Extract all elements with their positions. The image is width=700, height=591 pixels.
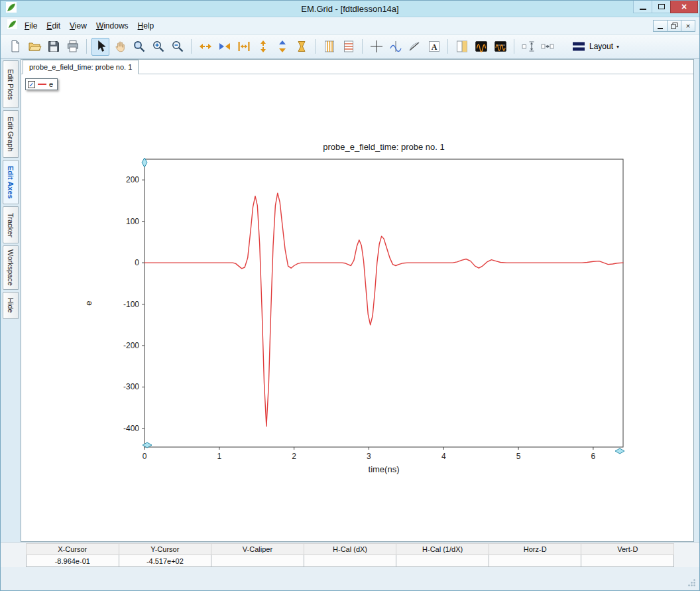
sidebar-tab-tracker[interactable]: Tracker	[3, 206, 19, 243]
split-view-button[interactable]	[453, 38, 471, 56]
dropdown-caret-icon: ▾	[616, 44, 619, 50]
crosshair-button[interactable]	[367, 38, 385, 56]
window-maximize-button[interactable]	[652, 1, 671, 13]
toolbar-separator	[514, 39, 514, 54]
new-button[interactable]	[6, 38, 24, 56]
toolbar-separator	[191, 39, 192, 54]
y-tick-label: 100	[126, 217, 139, 226]
plot-frame	[145, 159, 623, 447]
vertical-markers-button[interactable]	[320, 38, 338, 56]
print-button[interactable]	[64, 38, 82, 56]
waveform-window-button[interactable]	[472, 38, 490, 56]
slope-icon	[408, 39, 422, 54]
restore-icon	[671, 23, 678, 29]
x-tick-label: 0	[143, 452, 147, 461]
zoom-region-icon	[132, 39, 146, 54]
menu-view[interactable]: View	[65, 19, 91, 33]
v-extent-button[interactable]	[519, 38, 537, 56]
sidebar-tab-workspace[interactable]: Workspace	[3, 245, 19, 290]
toolbar-separator	[362, 39, 363, 54]
sidebar-tabs: Edit PlotsEdit GraphEdit AxesTrackerWork…	[1, 59, 21, 542]
save-button[interactable]	[44, 38, 62, 56]
window-close-button[interactable]: ×	[670, 1, 698, 13]
y-tick-label: 0	[135, 258, 139, 267]
horizontal-markers-icon	[341, 39, 356, 54]
status-value-y-cursor: -4.517e+02	[119, 555, 212, 567]
open-button[interactable]	[25, 38, 43, 56]
menu-file[interactable]: File	[20, 19, 42, 33]
expand-y-button[interactable]	[254, 38, 272, 56]
toolbar-separator	[86, 39, 87, 54]
close-icon: ×	[681, 1, 687, 12]
waveform-overlay-button[interactable]	[491, 38, 509, 56]
text-annotation-icon: A	[427, 39, 441, 54]
expand-x-button[interactable]	[196, 38, 214, 56]
fit-x-button[interactable]	[235, 38, 253, 56]
mdi-restore-button[interactable]	[667, 20, 681, 32]
layout-button-label: Layout	[589, 42, 613, 51]
svg-text:A: A	[431, 42, 437, 52]
minimize-icon	[640, 9, 646, 10]
y-axis-label: e	[84, 300, 93, 305]
maximize-icon	[658, 4, 665, 9]
sidebar-tab-hide[interactable]: Hide	[3, 292, 19, 319]
x-tick-label: 2	[292, 452, 296, 461]
pan-tool-button[interactable]	[111, 38, 129, 56]
layout-button[interactable]: Layout▾	[565, 38, 625, 56]
close-icon: ×	[686, 22, 690, 30]
x-axis-end-handle[interactable]	[615, 448, 624, 454]
y-tick-label: 200	[126, 175, 139, 184]
shift-y-button[interactable]	[273, 38, 291, 56]
save-icon	[46, 39, 61, 54]
mdi-window-buttons: ×	[654, 20, 695, 32]
series-e	[145, 193, 623, 427]
zoom-region-button[interactable]	[130, 38, 148, 56]
layout-icon	[571, 39, 586, 54]
pointer-tool-button[interactable]	[91, 38, 109, 56]
y-tick-label: -100	[123, 300, 139, 309]
v-extent-icon	[521, 39, 536, 54]
legend-checkbox[interactable]: ✓	[28, 81, 35, 88]
hand-icon	[113, 39, 127, 54]
horizontal-markers-button[interactable]	[339, 38, 357, 56]
crosshair-icon	[369, 39, 384, 54]
status-header-h-cal-dx-: H-Cal (dX)	[304, 543, 397, 555]
status-header-y-cursor: Y-Cursor	[119, 543, 212, 555]
sidebar-tab-edit-plots[interactable]: Edit Plots	[3, 60, 19, 108]
window-title: EM.Grid - [fdtdlesson14a]	[1, 4, 699, 14]
status-header-row: X-CursorY-CursorV-CaliperH-Cal (dX)H-Cal…	[26, 543, 674, 555]
sidebar-tab-edit-graph[interactable]: Edit Graph	[3, 110, 19, 158]
shift-x-button[interactable]	[215, 38, 233, 56]
sidebar-tab-edit-axes[interactable]: Edit Axes	[3, 160, 19, 204]
menu-bar: FileEditViewWindowsHelp	[20, 19, 158, 33]
mdi-minimize-button[interactable]	[653, 20, 668, 32]
resize-grip[interactable]	[687, 578, 696, 587]
x-tick-label: 1	[217, 452, 221, 461]
menu-bar-container: FileEditViewWindowsHelp ×	[1, 17, 699, 34]
trace-cursor-button[interactable]	[386, 38, 404, 56]
zoom-out-button[interactable]	[168, 38, 186, 56]
menu-windows[interactable]: Windows	[91, 19, 133, 33]
status-bar: X-CursorY-CursorV-CaliperH-Cal (dX)H-Cal…	[1, 542, 699, 567]
document-tab[interactable]: probe_e_field_time: probe no. 1	[23, 60, 139, 74]
document-tab-label: probe_e_field_time: probe no. 1	[29, 63, 132, 71]
legend-series-line	[38, 84, 46, 85]
menu-help[interactable]: Help	[133, 19, 159, 33]
menu-edit[interactable]: Edit	[42, 19, 65, 33]
document-icon	[7, 19, 17, 32]
status-value-row: -8.964e-01-4.517e+02	[26, 555, 674, 567]
x-tick-label: 6	[591, 452, 596, 461]
shift-y-icon	[275, 39, 290, 54]
text-annotation-button[interactable]: A	[425, 38, 443, 56]
h-extent-button[interactable]	[538, 38, 556, 56]
mdi-close-button[interactable]: ×	[681, 20, 695, 32]
fit-y-button[interactable]	[292, 38, 310, 56]
slope-button[interactable]	[406, 38, 424, 56]
chart-svg[interactable]: probe_e_field_time: probe no. 10123456-4…	[66, 137, 636, 482]
zoom-in-button[interactable]	[149, 38, 167, 56]
status-header-x-cursor: X-Cursor	[26, 543, 119, 555]
document-tabstrip: probe_e_field_time: probe no. 1	[21, 60, 693, 74]
window-minimize-button[interactable]	[633, 1, 652, 13]
bottom-strip	[1, 567, 699, 590]
y-tick-label: -400	[123, 424, 139, 433]
